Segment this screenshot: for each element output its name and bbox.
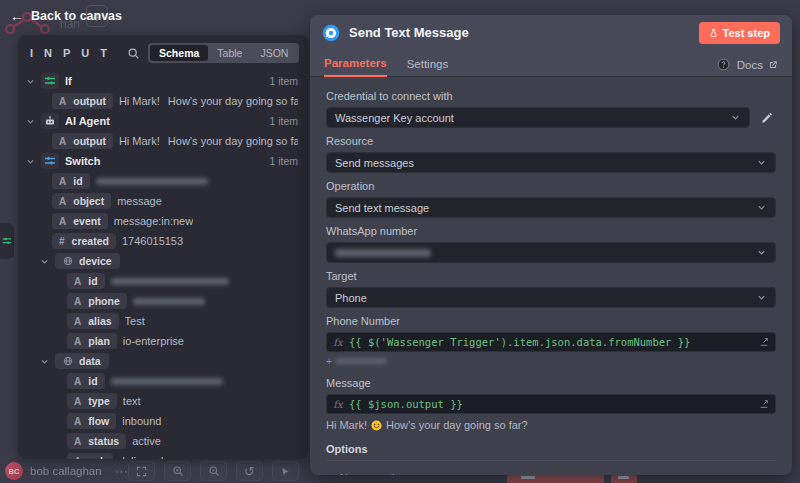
item-count: 1 item [269,75,298,87]
field-key: output [73,135,106,147]
field-value: inbound [122,415,161,427]
open-expression-editor-button[interactable] [756,337,772,347]
blurred-value [133,298,205,305]
field-value: delivered [119,455,164,459]
smiling-emoji-icon [371,420,382,431]
message-label: Message [326,377,776,389]
fit-view-button[interactable] [128,461,155,481]
schema-object-row-device[interactable]: device [26,251,298,271]
tab-parameters[interactable]: Parameters [324,57,387,77]
tab-schema[interactable]: Schema [150,45,208,61]
credential-select[interactable]: Wassenger Key account [326,107,750,128]
node-detail-panel: Send Text Message Test step Parameters S… [310,15,792,475]
whatsapp-number-select[interactable] [326,242,776,263]
type-number-icon: # [59,236,65,247]
operation-select[interactable]: Send text message [326,197,776,218]
schema-node-row-switch[interactable]: Switch 1 item [26,151,298,171]
node-title: Send Text Message [349,25,690,40]
field-key: status [88,435,119,447]
message-expression-field[interactable]: fx {{ $json.output }} [326,394,776,414]
input-panel-title: I N P U T [30,47,111,59]
schema-field-row[interactable]: Aobject message [26,191,298,211]
chevron-down-icon[interactable] [26,77,35,86]
schema-tree: If 1 item Aoutput Hi Mark! How’s your da… [18,68,308,459]
zoom-out-button[interactable] [200,461,227,481]
schema-object-row-data[interactable]: data [26,351,298,371]
chevron-down-icon [756,202,767,213]
tab-settings[interactable]: Settings [407,58,449,76]
node-name: Switch [65,155,100,167]
schema-field-row[interactable]: Aevent message:in:new [26,211,298,231]
schema-field-row[interactable]: Aid [26,371,298,391]
fx-icon: fx [327,333,349,351]
help-icon[interactable] [717,58,730,71]
operation-value: Send text message [335,202,756,214]
field-key: id [88,275,97,287]
edit-credential-button[interactable] [758,112,776,124]
tab-table[interactable]: Table [208,45,251,61]
field-key: event [73,215,100,227]
chevron-down-icon[interactable] [26,157,35,166]
field-value: Test [125,315,145,327]
back-arrow-icon: ← [10,9,24,23]
blurred-value [335,249,431,257]
field-value: Hi Mark! How’s your day going so far? [119,135,298,147]
resource-select[interactable]: Send messages [326,152,776,173]
schema-field-row[interactable]: Aid [26,171,298,191]
blurred-value [111,378,223,385]
schema-field-row[interactable]: Aoutput Hi Mark! How’s your day going so… [26,131,298,151]
credential-label: Credential to connect with [326,90,776,102]
object-key: data [79,355,101,367]
chevron-down-icon[interactable] [40,357,49,366]
field-key: object [73,195,104,207]
message-preview: Hi Mark! How’s your day going so far? [326,419,776,431]
tab-json[interactable]: JSON [251,45,297,61]
schema-field-row[interactable]: Aplan io-enterprise [26,331,298,351]
field-key: ack [88,455,106,459]
node-panel-tabs: Parameters Settings Docs [310,50,792,77]
schema-field-row[interactable]: Atype text [26,391,298,411]
field-key: id [73,175,82,187]
field-key: created [72,235,109,247]
schema-field-row[interactable]: Aflow inbound [26,411,298,431]
undo-icon: ↺ [244,464,255,479]
more-options-icon[interactable]: ⋯ [115,464,129,479]
user-menu[interactable]: BC bob callaghan ⋯ [5,462,129,480]
schema-field-row[interactable]: Astatus active [26,431,298,451]
pointer-mode-button[interactable] [272,461,299,481]
type-string-icon: A [59,96,66,107]
schema-field-row[interactable]: Aphone [26,291,298,311]
schema-node-row-ai-agent[interactable]: AI Agent 1 item [26,111,298,131]
schema-field-row[interactable]: Aack delivered [26,451,298,459]
chevron-down-icon[interactable] [40,257,49,266]
open-expression-editor-button[interactable] [756,399,772,409]
chevron-down-icon [756,247,767,258]
phone-number-expression-field[interactable]: fx {{ $('Wassenger Trigger').item.json.d… [326,332,776,352]
fx-icon: fx [327,395,349,413]
panel-drag-handle[interactable] [0,223,14,259]
schema-field-row[interactable]: Aid [26,271,298,291]
flask-icon [709,28,718,38]
docs-link[interactable]: Docs [737,59,778,71]
expand-icon [759,337,769,347]
message-expression: {{ $json.output }} [349,398,756,410]
schema-field-row[interactable]: #created 1746015153 [26,231,298,251]
zoom-in-button[interactable] [164,461,191,481]
back-to-canvas-button[interactable]: ← Back to canvas [10,9,122,23]
schema-field-row[interactable]: Aalias Test [26,311,298,331]
chevron-down-icon [756,157,767,168]
schema-field-row[interactable]: Aoutput Hi Mark! How’s your day going so… [26,91,298,111]
test-step-button[interactable]: Test step [699,22,780,44]
node-name: AI Agent [65,115,110,127]
search-icon[interactable] [127,47,140,60]
schema-node-row-if[interactable]: If 1 item [26,71,298,91]
options-empty-text: No properties [340,472,776,475]
field-value: 1746015153 [122,235,183,247]
target-select[interactable]: Phone [326,287,776,308]
occluded-canvas-node [507,475,604,483]
reset-zoom-button[interactable]: ↺ [236,461,263,481]
input-panel: I N P U T Schema Table JSON If 1 item Ao… [18,35,308,459]
blurred-value [335,358,387,364]
chevron-down-icon[interactable] [26,117,35,126]
operation-label: Operation [326,180,776,192]
